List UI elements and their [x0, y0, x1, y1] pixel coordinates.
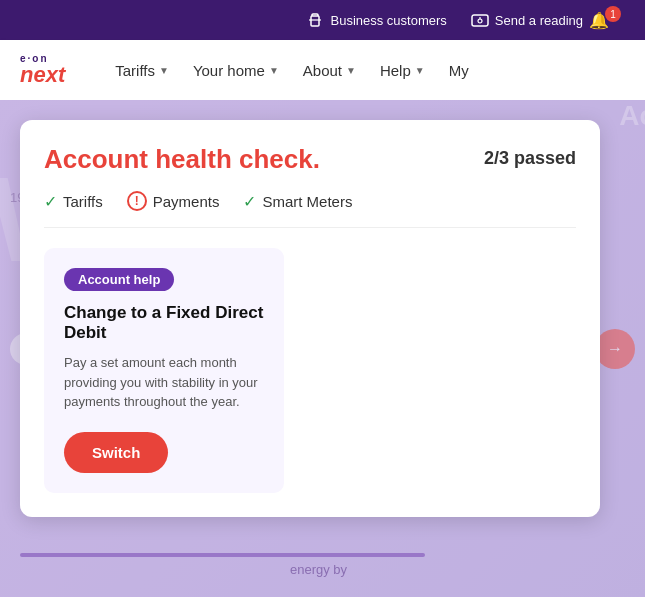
nav-about[interactable]: About ▼ [293, 56, 366, 85]
inner-card-title: Change to a Fixed Direct Debit [64, 303, 264, 343]
smart-meters-check-label: Smart Meters [262, 193, 352, 210]
nav-tariffs[interactable]: Tariffs ▼ [105, 56, 179, 85]
nav-items: Tariffs ▼ Your home ▼ About ▼ Help ▼ My [105, 56, 625, 85]
smart-meters-check-icon: ✓ [243, 192, 256, 211]
tariffs-chevron-icon: ▼ [159, 65, 169, 76]
tariffs-check-label: Tariffs [63, 193, 103, 210]
main-content: We Ac 192 G t paym payme ment is s after… [0, 100, 645, 597]
briefcase-icon [306, 11, 324, 29]
tariffs-check-icon: ✓ [44, 192, 57, 211]
check-payments: ! Payments [127, 191, 220, 211]
about-chevron-icon: ▼ [346, 65, 356, 76]
nav-bar: e·on next Tariffs ▼ Your home ▼ About ▼ … [0, 40, 645, 100]
nav-my[interactable]: My [439, 56, 479, 85]
modal-passed-label: 2/3 passed [484, 148, 576, 169]
check-tariffs: ✓ Tariffs [44, 192, 103, 211]
nav-your-home[interactable]: Your home ▼ [183, 56, 289, 85]
svg-rect-0 [311, 16, 319, 26]
payments-check-label: Payments [153, 193, 220, 210]
inner-card: Account help Change to a Fixed Direct De… [44, 248, 284, 493]
modal-overlay: Account health check. 2/3 passed ✓ Tarif… [0, 100, 645, 597]
eon-next-logo: e·on next [20, 54, 65, 86]
svg-rect-2 [472, 15, 488, 26]
svg-point-3 [478, 19, 482, 23]
send-reading-label: Send a reading [495, 13, 583, 28]
help-chevron-icon: ▼ [415, 65, 425, 76]
modal-header: Account health check. 2/3 passed [44, 144, 576, 175]
meter-icon [471, 11, 489, 29]
send-reading-link[interactable]: Send a reading 🔔 1 [471, 11, 625, 30]
check-smart-meters: ✓ Smart Meters [243, 192, 352, 211]
modal-checks: ✓ Tariffs ! Payments ✓ Smart Meters [44, 191, 576, 228]
nav-help[interactable]: Help ▼ [370, 56, 435, 85]
notification-badge: 1 [605, 6, 621, 22]
payments-warn-icon: ! [127, 191, 147, 211]
business-customers-label: Business customers [330, 13, 446, 28]
switch-button[interactable]: Switch [64, 432, 168, 473]
your-home-chevron-icon: ▼ [269, 65, 279, 76]
modal-title: Account health check. [44, 144, 320, 175]
top-bar: Business customers Send a reading 🔔 1 [0, 0, 645, 40]
account-help-badge: Account help [64, 268, 174, 291]
inner-card-description: Pay a set amount each month providing yo… [64, 353, 264, 412]
modal-card: Account health check. 2/3 passed ✓ Tarif… [20, 120, 600, 517]
business-customers-link[interactable]: Business customers [306, 11, 446, 29]
